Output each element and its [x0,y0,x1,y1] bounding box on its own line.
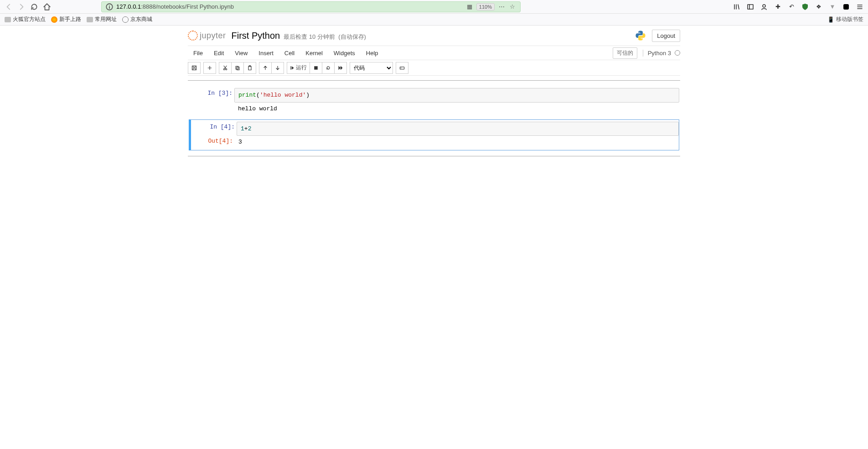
jupyter-logo[interactable]: jupyter [188,31,226,41]
mobile-bookmarks[interactable]: 📱移动版书签 [827,15,863,23]
extension1-icon[interactable]: ✚ [774,3,781,10]
svg-point-8 [763,5,765,7]
bookmark-item[interactable]: 常用网址 [87,15,117,23]
code-cell[interactable]: In [3]: print('hello world') hello world [189,86,679,117]
svg-rect-17 [193,68,196,70]
move-down-button[interactable] [271,62,284,74]
extension3-icon[interactable]: ▼ [829,3,836,10]
notebook-container: In [3]: print('hello world') hello world… [188,80,680,175]
kernel-indicator[interactable]: Python 3 [643,50,680,57]
url-text: 127.0.0.1:8888/notebooks/First Python.ip… [116,3,463,10]
zoom-badge[interactable]: 110% [476,3,495,10]
menu-kernel[interactable]: Kernel [300,47,328,59]
reload-button[interactable] [30,3,38,11]
menu-view[interactable]: View [229,47,253,59]
shield-icon[interactable] [801,3,809,10]
notebook-header: jupyter First Python 最后检查 10 分钟前 (自动保存) … [188,26,680,46]
star-icon[interactable]: ☆ [508,3,517,11]
restart-button[interactable] [322,62,335,74]
out-prompt: Out[4]: [191,136,235,148]
notebook-title[interactable]: First Python [232,31,280,41]
jupyter-orb-icon [188,31,198,41]
firefox-icon [51,16,57,23]
page-actions-button[interactable]: ⋯ [497,3,506,11]
cut-button[interactable] [219,62,232,74]
globe-icon [122,16,129,23]
cell-type-select[interactable]: 代码 [350,62,393,74]
account-icon[interactable] [760,3,768,10]
bookmark-item[interactable]: 京东商城 [122,15,152,23]
cell-input[interactable]: print('hello world') [234,88,679,103]
paste-button[interactable] [243,62,256,74]
command-palette-button[interactable] [396,62,408,74]
restart-run-all-button[interactable] [334,62,347,74]
svg-rect-16 [193,66,196,67]
svg-line-5 [738,5,739,9]
extension4-icon[interactable] [842,3,850,10]
code-cell[interactable]: In [4]: 1+2 Out[4]: 3 [189,119,679,151]
bookmark-item[interactable]: 新手上路 [51,15,81,23]
menu-edit[interactable]: Edit [208,47,229,59]
menu-insert[interactable]: Insert [253,47,279,59]
extension2-icon[interactable]: ❖ [815,3,822,10]
python-logo-icon [635,30,646,41]
phone-icon: 📱 [827,16,834,23]
svg-rect-28 [315,66,318,70]
trusted-indicator[interactable]: 可信的 [613,47,637,59]
kernel-idle-icon [675,50,680,56]
browser-right-icons: ✚ ↶ ❖ ▼ [733,3,863,10]
back-button[interactable] [5,3,13,11]
undo-icon[interactable]: ↶ [788,3,795,10]
forward-button[interactable] [17,3,26,11]
svg-rect-6 [748,5,753,9]
save-button[interactable] [188,62,201,74]
folder-icon [5,17,11,22]
info-icon [105,3,114,11]
qr-icon[interactable]: ▦ [465,3,474,11]
menubar: File Edit View Insert Cell Kernel Widget… [188,46,680,60]
menu-help[interactable]: Help [361,47,384,59]
cells-area: In [3]: print('hello world') hello world… [188,80,680,156]
menu-cell[interactable]: Cell [279,47,300,59]
svg-rect-15 [192,66,196,70]
copy-button[interactable] [231,62,244,74]
notebook-toolbar: 运行 代码 [188,60,680,76]
menu-file[interactable]: File [188,47,208,59]
logout-button[interactable]: Logout [652,30,680,42]
checkpoint-status: 最后检查 10 分钟前 (自动保存) [284,33,366,41]
move-up-button[interactable] [259,62,272,74]
bookmarks-bar: 火狐官方站点 新手上路 常用网址 京东商城 📱移动版书签 [0,14,868,26]
folder-icon [87,17,93,22]
home-button[interactable] [43,3,51,11]
in-prompt: In [3]: [189,88,234,115]
svg-point-14 [642,39,643,40]
run-button[interactable]: 运行 [287,62,310,74]
browser-toolbar: 127.0.0.1:8888/notebooks/First Python.ip… [0,0,868,14]
insert-cell-button[interactable] [203,62,216,74]
menu-widgets[interactable]: Widgets [328,47,361,59]
cell-input[interactable]: 1+2 [237,122,679,136]
bookmark-item[interactable]: 火狐官方站点 [5,15,46,23]
library-icon[interactable] [733,3,740,10]
url-bar[interactable]: 127.0.0.1:8888/notebooks/First Python.ip… [101,1,521,12]
svg-point-13 [639,32,640,33]
jupyter-logo-text: jupyter [200,31,226,41]
interrupt-button[interactable] [310,62,322,74]
cell-stdout: hello world [234,103,679,115]
cell-output: 3 [235,136,246,148]
svg-rect-9 [843,4,849,10]
sidebar-icon[interactable] [747,3,754,10]
menu-icon[interactable] [856,3,863,10]
